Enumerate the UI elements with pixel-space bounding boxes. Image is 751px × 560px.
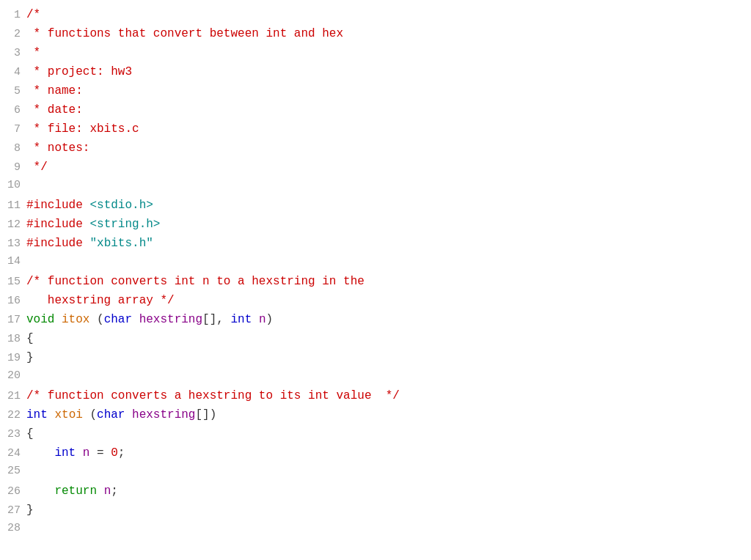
code-line: 23{ — [0, 425, 751, 444]
code-token: hexstring — [139, 313, 202, 326]
code-line: 9 */ — [0, 158, 751, 177]
code-token: /* — [26, 8, 40, 21]
code-token: * functions that convert between int and… — [26, 27, 343, 40]
code-token — [83, 237, 90, 250]
line-content: #include "xbits.h" — [26, 235, 153, 252]
code-token — [97, 485, 104, 498]
code-token — [125, 408, 132, 421]
line-number: 20 — [6, 368, 26, 385]
code-token: } — [26, 504, 34, 517]
code-token: } — [26, 351, 34, 364]
line-content: * date: — [26, 101, 83, 119]
code-token — [48, 408, 55, 421]
code-token: /* function converts a hexstring to its … — [26, 389, 400, 402]
code-token: * name: — [26, 84, 83, 97]
line-number: 3 — [6, 45, 26, 62]
code-line: 2 * functions that convert between int a… — [0, 25, 751, 44]
line-number: 6 — [6, 103, 26, 119]
code-line: 3 * — [0, 44, 751, 63]
code-token: void — [26, 313, 54, 326]
code-token: = — [89, 446, 111, 460]
code-token: { — [26, 332, 34, 345]
code-token — [132, 313, 139, 326]
code-token: xtoi — [54, 408, 82, 421]
line-content: /* — [26, 6, 40, 23]
line-number: 2 — [6, 26, 26, 43]
code-token — [83, 199, 90, 212]
line-number: 22 — [6, 408, 26, 424]
line-number: 27 — [6, 503, 26, 520]
line-number: 14 — [6, 254, 26, 270]
line-number: 21 — [6, 388, 26, 405]
line-content: { — [26, 425, 34, 443]
line-number: 4 — [6, 65, 26, 81]
code-token: []) — [195, 408, 216, 421]
code-line: 26 return n; — [0, 482, 751, 501]
code-line: 8 * notes: — [0, 139, 751, 158]
code-line: 6 * date: — [0, 101, 751, 120]
code-token: [], — [202, 313, 230, 326]
code-line: 18{ — [0, 330, 751, 349]
code-token — [26, 446, 54, 460]
code-token: int — [54, 446, 76, 460]
line-content: /* function converts int n to a hexstrin… — [26, 273, 364, 290]
line-content: * notes: — [26, 139, 89, 157]
line-content: #include <stdio.h> — [26, 196, 153, 214]
code-token: char — [104, 313, 132, 326]
code-line: 16 hexstring array */ — [0, 292, 751, 311]
code-token: ; — [118, 446, 125, 460]
code-token: * project: hw3 — [26, 65, 132, 78]
code-line: 22int xtoi (char hexstring[]) — [0, 406, 751, 425]
code-token: n — [259, 313, 266, 326]
line-content: /* function converts a hexstring to its … — [26, 387, 400, 405]
code-token — [54, 313, 62, 326]
line-number: 16 — [6, 293, 26, 310]
code-token: hexstring array */ — [26, 294, 175, 307]
line-number: 12 — [6, 217, 26, 234]
code-line: 4 * project: hw3 — [0, 63, 751, 82]
code-editor: 1/*2 * functions that convert between in… — [0, 0, 751, 560]
code-token: n — [83, 446, 90, 460]
code-token: #include — [26, 199, 83, 212]
line-content: * — [26, 44, 40, 62]
code-line: 19} — [0, 349, 751, 368]
code-token: n — [104, 485, 111, 498]
code-token: return — [54, 485, 97, 498]
line-content: } — [26, 349, 34, 366]
code-token: "xbits.h" — [89, 237, 153, 250]
code-token — [76, 446, 83, 460]
line-content: * project: hw3 — [26, 63, 132, 81]
code-line: 12#include <string.h> — [0, 215, 751, 235]
line-content: void itox (char hexstring[], int n) — [26, 311, 273, 328]
line-content: } — [26, 501, 34, 519]
line-number: 1 — [6, 7, 26, 24]
code-line: 28 — [0, 520, 751, 539]
line-number: 17 — [6, 312, 26, 329]
line-content: */ — [26, 158, 48, 176]
code-line: 21/* function converts a hexstring to it… — [0, 387, 751, 406]
line-number: 23 — [6, 427, 26, 443]
code-token: ( — [89, 313, 103, 326]
line-number: 19 — [6, 350, 26, 367]
code-token — [83, 218, 90, 231]
line-number: 11 — [6, 198, 26, 215]
line-number: 24 — [6, 446, 26, 463]
line-number: 8 — [6, 141, 26, 158]
line-number: 10 — [6, 177, 26, 194]
code-line: 17void itox (char hexstring[], int n) — [0, 311, 751, 330]
line-content: #include <string.h> — [26, 215, 160, 233]
line-number: 5 — [6, 84, 26, 100]
line-number: 15 — [6, 274, 26, 291]
line-number: 28 — [6, 520, 26, 537]
code-token: char — [97, 408, 125, 421]
code-token: /* function converts int n to a hexstrin… — [26, 275, 364, 288]
line-number: 26 — [6, 484, 26, 501]
line-content: * file: xbits.c — [26, 120, 139, 138]
line-content: * functions that convert between int and… — [26, 25, 343, 43]
code-token: ) — [266, 313, 274, 326]
line-content: { — [26, 330, 34, 347]
code-token: * file: xbits.c — [26, 122, 139, 136]
code-token: #include — [26, 237, 83, 250]
code-line: 27} — [0, 501, 751, 520]
code-line: 10 — [0, 177, 751, 196]
